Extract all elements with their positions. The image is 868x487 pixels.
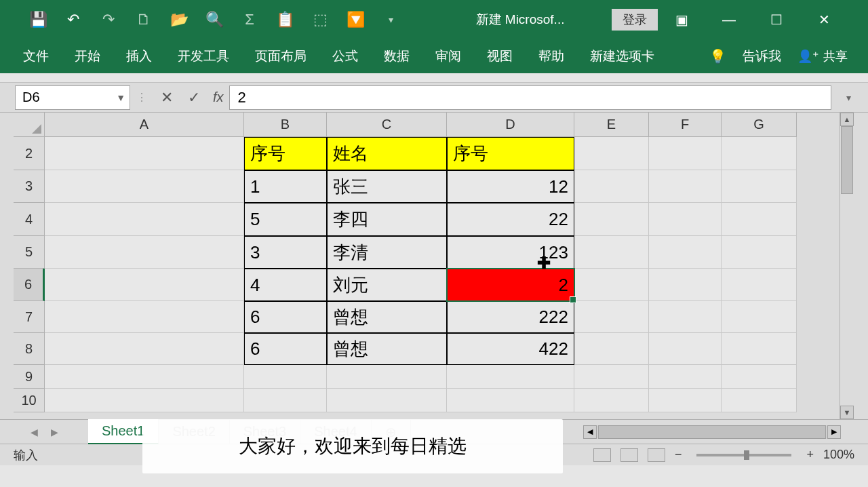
column-header-C[interactable]: C <box>327 113 447 137</box>
cell-B4[interactable]: 5 <box>244 203 327 236</box>
tab-view[interactable]: 视图 <box>484 43 515 69</box>
filter-icon[interactable]: 🔽 <box>344 9 366 31</box>
sheet-prev-button[interactable]: ◀ <box>27 425 41 439</box>
formula-expand-icon[interactable]: ▾ <box>838 92 859 103</box>
column-header-E[interactable]: E <box>574 113 649 137</box>
paste-icon[interactable]: 📋 <box>274 9 296 31</box>
cell-F6[interactable] <box>649 269 722 301</box>
cell-E9[interactable] <box>574 365 649 389</box>
cell-A7[interactable] <box>45 301 244 333</box>
row-header-7[interactable]: 7 <box>14 301 45 333</box>
cell-D5[interactable]: 123 <box>447 236 574 269</box>
cell-C2[interactable]: 姓名 <box>327 137 447 170</box>
cell-F4[interactable] <box>649 203 722 236</box>
cell-C9[interactable] <box>327 365 447 389</box>
tab-help[interactable]: 帮助 <box>536 43 567 69</box>
column-header-G[interactable]: G <box>722 113 797 137</box>
row-header-4[interactable]: 4 <box>14 203 45 236</box>
cell-F7[interactable] <box>649 301 722 333</box>
tellme-icon[interactable]: 💡 <box>709 48 726 64</box>
cell-B9[interactable] <box>244 365 327 389</box>
sort-icon[interactable]: ⬚ <box>309 9 331 31</box>
view-normal-button[interactable] <box>593 448 611 462</box>
row-header-6[interactable]: 6 <box>14 269 45 301</box>
cell-A5[interactable] <box>45 236 244 269</box>
cell-C7[interactable]: 曾想 <box>327 301 447 333</box>
cell-D3[interactable]: 12 <box>447 170 574 203</box>
cell-D2[interactable]: 序号 <box>447 137 574 170</box>
cell-C5[interactable]: 李清 <box>327 236 447 269</box>
cell-A9[interactable] <box>45 365 244 389</box>
formula-input[interactable]: 2 <box>229 85 831 110</box>
cell-E8[interactable] <box>574 333 649 365</box>
ribbon-options-icon[interactable]: ▣ <box>671 9 692 30</box>
cell-G5[interactable] <box>722 236 797 269</box>
cell-B6[interactable]: 4 <box>244 269 327 301</box>
zoom-in-button[interactable]: + <box>806 448 814 462</box>
row-header-5[interactable]: 5 <box>14 236 45 269</box>
vscroll-thumb[interactable] <box>841 126 853 194</box>
cell-D7[interactable]: 222 <box>447 301 574 333</box>
row-header-3[interactable]: 3 <box>14 170 45 203</box>
cell-C10[interactable] <box>327 389 447 412</box>
scroll-right-button[interactable]: ▶ <box>827 425 841 439</box>
tab-custom[interactable]: 新建选项卡 <box>587 43 657 69</box>
cell-D8[interactable]: 422 <box>447 333 574 365</box>
new-file-icon[interactable]: 🗋 <box>133 9 155 31</box>
column-header-F[interactable]: F <box>649 113 722 137</box>
cell-G6[interactable] <box>722 269 797 301</box>
qat-dropdown-icon[interactable]: ▾ <box>380 9 401 31</box>
tab-home[interactable]: 开始 <box>72 43 103 69</box>
cell-E3[interactable] <box>574 170 649 203</box>
cell-C6[interactable]: 刘元 <box>327 269 447 301</box>
cell-B3[interactable]: 1 <box>244 170 327 203</box>
cell-E7[interactable] <box>574 301 649 333</box>
cell-C4[interactable]: 李四 <box>327 203 447 236</box>
cell-B8[interactable]: 6 <box>244 333 327 365</box>
tab-insert[interactable]: 插入 <box>123 43 155 69</box>
cell-G2[interactable] <box>722 137 797 170</box>
close-button[interactable]: ✕ <box>814 9 834 30</box>
cell-D4[interactable]: 22 <box>447 203 574 236</box>
name-box[interactable]: D6 ▼ <box>15 85 130 110</box>
cell-E4[interactable] <box>574 203 649 236</box>
cell-G10[interactable] <box>722 389 797 412</box>
tab-page-layout[interactable]: 页面布局 <box>252 43 309 69</box>
cell-F3[interactable] <box>649 170 722 203</box>
zoom-thumb[interactable] <box>744 450 749 460</box>
vscroll-track[interactable] <box>840 126 854 406</box>
cell-F10[interactable] <box>649 389 722 412</box>
cell-F8[interactable] <box>649 333 722 365</box>
open-file-icon[interactable]: 📂 <box>168 9 190 31</box>
cell-D10[interactable] <box>447 389 574 412</box>
cell-B7[interactable]: 6 <box>244 301 327 333</box>
autosum-icon[interactable]: Σ <box>239 9 260 31</box>
column-header-A[interactable]: A <box>45 113 244 137</box>
cell-G9[interactable] <box>722 365 797 389</box>
cell-G8[interactable] <box>722 333 797 365</box>
cells-area[interactable]: 序号姓名序号1张三125李四223李清1234刘元26曾想2226曾想422 <box>45 137 797 412</box>
cell-B10[interactable] <box>244 389 327 412</box>
cell-E6[interactable] <box>574 269 649 301</box>
view-layout-button[interactable] <box>620 448 638 462</box>
tab-review[interactable]: 审阅 <box>433 43 464 69</box>
row-header-10[interactable]: 10 <box>14 389 45 412</box>
confirm-edit-button[interactable]: ✓ <box>180 85 208 110</box>
cell-G4[interactable] <box>722 203 797 236</box>
cell-E5[interactable] <box>574 236 649 269</box>
cell-B2[interactable]: 序号 <box>244 137 327 170</box>
view-pagebreak-button[interactable] <box>648 448 665 462</box>
tab-data[interactable]: 数据 <box>381 43 412 69</box>
cell-A4[interactable] <box>45 203 244 236</box>
login-button[interactable]: 登录 <box>612 9 658 31</box>
cell-F2[interactable] <box>649 137 722 170</box>
cell-A3[interactable] <box>45 170 244 203</box>
share-button[interactable]: 👤⁺ 共享 <box>797 48 848 64</box>
cell-D6[interactable]: 2 <box>447 269 574 301</box>
cell-B5[interactable]: 3 <box>244 236 327 269</box>
cell-C3[interactable]: 张三 <box>327 170 447 203</box>
cell-A6[interactable] <box>45 269 244 301</box>
name-box-dropdown-icon[interactable]: ▼ <box>116 92 125 103</box>
tab-developer[interactable]: 开发工具 <box>175 43 232 69</box>
zoom-slider[interactable] <box>696 454 791 456</box>
